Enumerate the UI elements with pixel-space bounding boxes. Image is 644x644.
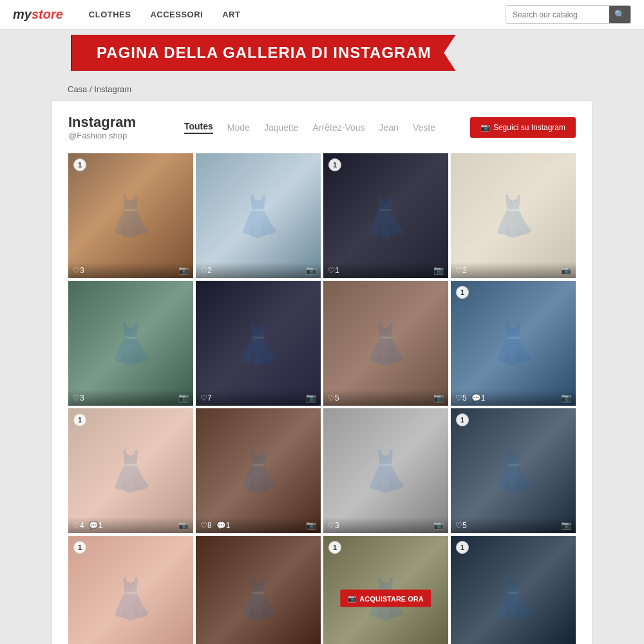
breadcrumb: Casa / Instagram <box>0 78 644 100</box>
buy-now-badge[interactable]: 📷ACQUISTARE ORA <box>340 590 431 607</box>
logo-store: store <box>32 7 63 22</box>
nav-accessori[interactable]: ACCESSORI <box>150 10 203 19</box>
photo-item[interactable]: 👗1♡8💬4📷 <box>68 536 193 644</box>
comment-count: 💬1 <box>216 521 231 530</box>
photo-item[interactable]: 👗1♡1📷 <box>323 153 448 278</box>
photo-item[interactable]: 👗♡3📷 <box>323 408 448 533</box>
instagram-icon: 📷 <box>480 123 490 132</box>
nav-clothes[interactable]: CLOTHES <box>89 10 131 19</box>
ig-handle: @Fashion shop <box>68 131 152 140</box>
instagram-watermark: 📷 <box>178 265 189 275</box>
photo-item[interactable]: 👗♡8💬1📷 <box>196 408 321 533</box>
like-count: ♡5 <box>455 521 467 530</box>
photo-overlay: ♡4💬1📷 <box>68 517 193 533</box>
banner-area: PAGINA DELLA GALLERIA DI INSTAGRAM <box>0 30 644 78</box>
product-badge: 1 <box>456 541 469 554</box>
search-input[interactable] <box>506 7 609 23</box>
like-count: ♡8 <box>200 521 212 530</box>
like-count: ♡3 <box>328 521 339 530</box>
comment-count: 💬1 <box>89 521 103 530</box>
tab-toutes[interactable]: Toutes <box>184 121 213 134</box>
photo-item[interactable]: 👗1♡5📷 <box>451 408 576 533</box>
instagram-watermark: 📷 <box>433 265 444 275</box>
photo-overlay: ♡3📷 <box>68 262 193 278</box>
instagram-watermark: 📷 <box>178 520 189 530</box>
instagram-watermark: 📷 <box>306 393 316 402</box>
follow-label: Seguici su Instagram <box>493 123 565 132</box>
search-button[interactable]: 🔍 <box>609 6 630 23</box>
like-count: ♡3 <box>73 393 84 402</box>
photo-overlay: ♡3📷 <box>68 390 193 406</box>
tab-veste[interactable]: Veste <box>413 122 435 133</box>
photo-overlay: ♡5💬1📷 <box>451 390 576 406</box>
photo-overlay: ♡7📷 <box>196 390 321 406</box>
instagram-watermark: 📷 <box>433 393 444 402</box>
comment-count: 💬1 <box>471 393 486 402</box>
logo[interactable]: my store <box>13 7 63 22</box>
like-count: ♡4 <box>73 521 84 530</box>
product-badge: 1 <box>73 158 86 171</box>
breadcrumb-home[interactable]: Casa <box>68 84 87 94</box>
photo-item[interactable]: 👗♡7📷 <box>196 281 321 406</box>
like-count: ♡7 <box>200 393 212 402</box>
photo-item[interactable]: 👗1♡4💬1📷 <box>68 408 193 533</box>
instagram-watermark: 📷 <box>306 265 316 275</box>
photo-overlay: ♡2📷 <box>451 262 576 278</box>
header: my store CLOTHES ACCESSORI ART 🔍 <box>0 0 644 30</box>
ig-title: Instagram <box>68 114 152 131</box>
like-count: ♡2 <box>200 266 212 275</box>
ig-title-block: Instagram @Fashion shop <box>68 114 152 140</box>
photo-item[interactable]: 👗♡3📷 <box>196 536 321 644</box>
photo-overlay: ♡5📷 <box>451 517 576 533</box>
photo-overlay: ♡2📷 <box>196 262 321 278</box>
nav-art[interactable]: ART <box>222 10 240 19</box>
main-nav: CLOTHES ACCESSORI ART <box>89 10 506 19</box>
instagram-card: Instagram @Fashion shop Toutes Mode Jaqu… <box>52 100 592 644</box>
product-badge: 1 <box>73 541 86 554</box>
photo-item[interactable]: 👗♡2📷 <box>196 153 321 278</box>
like-count: ♡5 <box>455 393 467 402</box>
photo-item[interactable]: 👗1📷ACQUISTARE ORA♡6📷 <box>323 536 448 644</box>
tab-arretez-vous[interactable]: Arrêtez-Vous <box>313 122 365 133</box>
instagram-watermark: 📷 <box>306 520 316 530</box>
instagram-watermark: 📷 <box>561 393 571 402</box>
tab-jean[interactable]: Jean <box>379 122 399 133</box>
instagram-watermark: 📷 <box>433 520 444 530</box>
photo-item[interactable]: 👗♡2📷 <box>451 153 576 278</box>
photo-overlay: ♡3📷 <box>323 517 448 533</box>
like-count: ♡3 <box>73 266 84 275</box>
photo-item[interactable]: 👗1♡8💬3📷 <box>451 536 576 644</box>
photo-item[interactable]: 👗1♡5💬1📷 <box>451 281 576 406</box>
product-badge: 1 <box>328 541 341 554</box>
logo-my: my <box>13 7 32 22</box>
follow-button[interactable]: 📷 Seguici su Instagram <box>470 117 576 138</box>
like-count: ♡5 <box>328 393 339 402</box>
photo-grid: 👗1♡3📷👗♡2📷👗1♡1📷👗♡2📷👗♡3📷👗♡7📷👗♡5📷👗1♡5💬1📷👗1♡… <box>68 153 576 644</box>
photo-overlay: ♡8💬1📷 <box>196 517 321 533</box>
main-content: Instagram @Fashion shop Toutes Mode Jaqu… <box>0 100 644 644</box>
ig-tabs: Toutes Mode Jaquette Arrêtez-Vous Jean V… <box>184 121 470 134</box>
instagram-watermark: 📷 <box>561 520 571 530</box>
photo-overlay: ♡1📷 <box>323 262 448 278</box>
photo-item[interactable]: 👗♡5📷 <box>323 281 448 406</box>
product-badge: 1 <box>456 286 469 299</box>
like-count: ♡2 <box>455 266 467 275</box>
tab-mode[interactable]: Mode <box>227 122 250 133</box>
ig-header: Instagram @Fashion shop Toutes Mode Jaqu… <box>68 114 576 140</box>
photo-item[interactable]: 👗♡3📷 <box>68 281 193 406</box>
photo-item[interactable]: 👗1♡3📷 <box>68 153 193 278</box>
product-badge: 1 <box>456 413 469 426</box>
breadcrumb-current: Instagram <box>94 84 131 94</box>
product-badge: 1 <box>73 413 86 426</box>
photo-overlay: ♡5📷 <box>323 390 448 406</box>
banner: PAGINA DELLA GALLERIA DI INSTAGRAM <box>71 35 464 71</box>
tab-jaquette[interactable]: Jaquette <box>264 122 299 133</box>
search-box: 🔍 <box>506 5 631 24</box>
product-badge: 1 <box>328 158 341 171</box>
instagram-watermark: 📷 <box>561 265 571 275</box>
like-count: ♡1 <box>328 266 339 275</box>
instagram-watermark: 📷 <box>178 393 189 402</box>
